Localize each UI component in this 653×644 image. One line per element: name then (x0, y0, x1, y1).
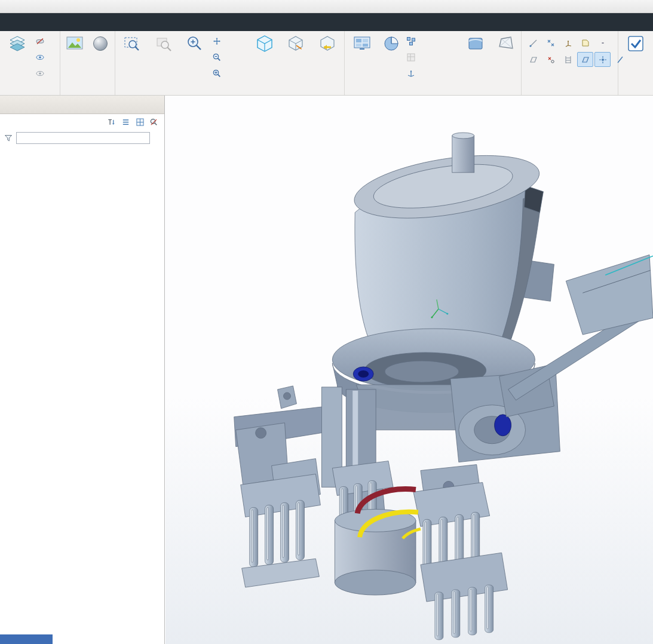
navigator-panel (0, 96, 165, 644)
appearance-button[interactable] (88, 32, 114, 55)
filter-settings-icon (107, 118, 116, 127)
activate-icon (626, 34, 645, 53)
list-icon (121, 118, 130, 127)
ribbon-tab-bar (0, 13, 653, 31)
perspective-button[interactable] (492, 32, 520, 55)
tree-filter-input[interactable] (19, 133, 145, 143)
pan-button[interactable] (210, 33, 249, 49)
plane-display-toggle[interactable] (525, 52, 541, 67)
ribbon-group-activate (618, 31, 653, 95)
manage-views-icon (352, 34, 372, 53)
sphere-icon (91, 34, 110, 53)
spin-center-toggle[interactable] (594, 52, 611, 67)
previous-view-button[interactable] (312, 32, 343, 55)
select-display-toggle[interactable] (577, 52, 593, 67)
ribbon (0, 31, 653, 96)
scene-icon (65, 34, 84, 53)
pan-icon (212, 36, 222, 46)
zoom-in-button[interactable] (179, 32, 210, 55)
group-label-appearance (62, 85, 114, 95)
standard-orientation-icon (286, 34, 305, 53)
manage-views-button[interactable] (346, 32, 378, 55)
refit-icon (122, 34, 142, 53)
ribbon-group-show (522, 31, 618, 95)
status-eye-icon (35, 69, 45, 78)
sections-button[interactable] (378, 32, 404, 55)
zoom-out-button[interactable] (210, 49, 249, 65)
zoom-in-icon (185, 34, 204, 53)
tree-filter-row (0, 130, 164, 146)
tree-filter-settings-button[interactable] (106, 118, 118, 127)
previous-view-icon (318, 34, 337, 53)
pan-zoom-icon (212, 69, 222, 78)
graphics-area[interactable] (165, 96, 653, 644)
zoom-to-selected-icon (154, 34, 173, 53)
status-button[interactable] (33, 65, 50, 81)
display-style-icon (466, 34, 485, 53)
title-bar (0, 0, 653, 13)
ribbon-group-orientation (115, 31, 345, 95)
model-tree-header (0, 114, 164, 130)
saved-orientations-button[interactable] (249, 32, 280, 55)
sections-icon (382, 34, 401, 53)
model-3d-view[interactable] (165, 96, 653, 644)
funnel-icon (4, 133, 13, 143)
display-style-button[interactable] (459, 32, 492, 55)
search-off-icon (149, 118, 158, 127)
pan-zoom-button[interactable] (210, 65, 249, 81)
csys-display-toggle[interactable] (560, 35, 576, 50)
switch-state-button[interactable] (404, 49, 459, 65)
refit-button[interactable] (117, 32, 148, 55)
ribbon-group-appearance (60, 31, 115, 95)
activate-button[interactable] (620, 32, 652, 55)
ribbon-group-visibility (0, 31, 60, 95)
group-label-model-display[interactable] (346, 85, 520, 95)
explode-view-button[interactable] (404, 33, 459, 49)
layer-button[interactable] (1, 32, 33, 55)
tree-show-button[interactable] (134, 118, 146, 127)
tree-columns-button[interactable] (120, 118, 132, 127)
tree-search-button[interactable] (148, 118, 160, 127)
grid-display-toggle[interactable] (560, 52, 576, 67)
point-display-toggle[interactable] (542, 35, 559, 50)
show-button[interactable] (33, 49, 50, 65)
group-label-show[interactable] (523, 85, 617, 95)
annotation-display-toggle[interactable] (577, 35, 593, 50)
hide-button[interactable] (33, 33, 50, 49)
zoom-to-selected-button[interactable] (148, 32, 179, 55)
group-label-orientation[interactable] (117, 85, 343, 95)
group-label-visibility (1, 85, 59, 95)
switch-state-icon (406, 53, 416, 62)
explode-view-icon (406, 36, 416, 46)
edit-position-button[interactable] (404, 65, 459, 81)
point-tag-display-toggle[interactable] (542, 52, 559, 67)
zoom-out-icon (212, 53, 222, 62)
scene-button[interactable] (62, 32, 88, 55)
hide-icon (35, 36, 45, 46)
saved-orientations-icon (255, 34, 274, 53)
dimension-display-toggle[interactable] (594, 35, 611, 50)
eye-icon (35, 53, 45, 62)
edit-position-icon (406, 69, 416, 78)
standard-orientation-button[interactable] (280, 32, 311, 55)
graphics-toolbar (646, 105, 648, 108)
perspective-icon (496, 34, 516, 53)
axis-display-toggle[interactable] (525, 35, 541, 50)
layers-icon (8, 34, 27, 53)
window-grid-icon (136, 118, 145, 127)
model-tree (0, 146, 164, 149)
navigator-tabs (0, 96, 164, 114)
ribbon-group-model-display (345, 31, 522, 95)
tree-filter-box (16, 132, 150, 144)
taskbar-fragment (0, 634, 53, 644)
